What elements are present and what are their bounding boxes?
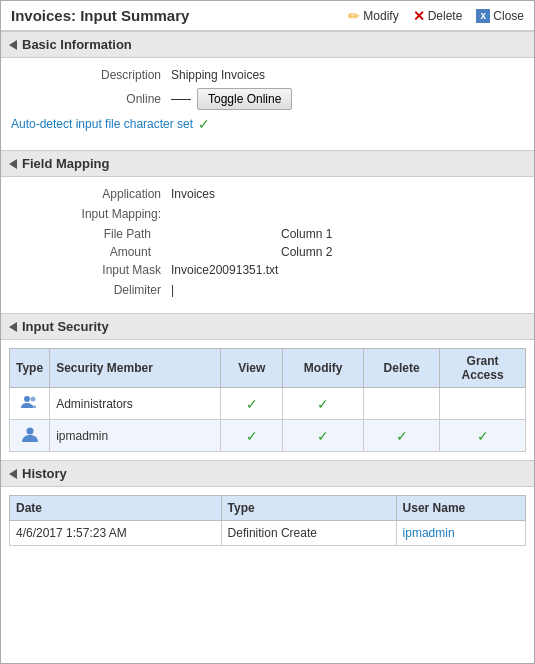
check-icon: ✓: [317, 396, 329, 412]
security-view-cell: ✓: [220, 388, 283, 420]
page-header: Invoices: Input Summary ✏ Modify ✕ Delet…: [1, 1, 534, 31]
history-table-header-row: Date Type User Name: [10, 496, 526, 521]
check-icon: ✓: [317, 428, 329, 444]
modify-label: Modify: [363, 9, 398, 23]
online-underscore: [171, 99, 191, 100]
col-grant-access: GrantAccess: [440, 349, 526, 388]
application-value: Invoices: [171, 187, 215, 201]
close-button[interactable]: x Close: [476, 9, 524, 23]
field-mapping-title: Field Mapping: [22, 156, 109, 171]
security-type-cell: [10, 388, 50, 420]
svg-point-1: [30, 397, 35, 402]
check-icon: ✓: [477, 428, 489, 444]
pencil-icon: ✏: [348, 8, 360, 24]
autodetect-row: Auto-detect input file character set ✓: [1, 116, 534, 140]
check-icon: ✓: [396, 428, 408, 444]
toggle-online-button[interactable]: Toggle Online: [197, 88, 292, 110]
amount-col: Column 2: [281, 245, 332, 259]
security-modify-cell: ✓: [283, 420, 363, 452]
online-label: Online: [11, 92, 171, 106]
input-mask-value: Invoice20091351.txt: [171, 263, 278, 277]
field-mapping-body: Application Invoices Input Mapping: File…: [1, 177, 534, 313]
collapse-triangle-mapping: [9, 159, 17, 169]
col-type: Type: [10, 349, 50, 388]
security-grant-access-cell: ✓: [440, 420, 526, 452]
close-box-icon: x: [476, 9, 490, 23]
close-label: Close: [493, 9, 524, 23]
security-delete-cell: ✓: [363, 420, 439, 452]
description-value: Shipping Invoices: [171, 68, 265, 82]
security-view-cell: ✓: [220, 420, 283, 452]
delete-button[interactable]: ✕ Delete: [413, 8, 463, 24]
header-actions: ✏ Modify ✕ Delete x Close: [348, 8, 524, 24]
application-label: Application: [11, 187, 171, 201]
history-section-header: History: [1, 460, 534, 487]
file-path-col: Column 1: [281, 227, 332, 241]
security-table-row: Administrators✓✓: [10, 388, 526, 420]
col-modify: Modify: [283, 349, 363, 388]
autodetect-check-icon: ✓: [198, 116, 210, 132]
amount-row: Amount Column 2: [1, 245, 534, 259]
input-mapping-row: Input Mapping:: [1, 207, 534, 221]
security-modify-cell: ✓: [283, 388, 363, 420]
file-path-row: File Path Column 1: [1, 227, 534, 241]
history-type: Definition Create: [221, 521, 396, 546]
svg-point-0: [24, 396, 30, 402]
modify-button[interactable]: ✏ Modify: [348, 8, 398, 24]
input-mask-row: Input Mask Invoice20091351.txt: [1, 263, 534, 277]
basic-info-section-header: Basic Information: [1, 31, 534, 58]
history-username: ipmadmin: [396, 521, 525, 546]
description-label: Description: [11, 68, 171, 82]
security-body: Type Security Member View Modify Delete …: [1, 340, 534, 460]
delimiter-label: Delimiter: [11, 283, 171, 297]
history-date: 4/6/2017 1:57:23 AM: [10, 521, 222, 546]
collapse-triangle-basic: [9, 40, 17, 50]
input-mask-label: Input Mask: [11, 263, 171, 277]
security-table-header-row: Type Security Member View Modify Delete …: [10, 349, 526, 388]
user-icon: [21, 425, 39, 443]
description-row: Description Shipping Invoices: [1, 68, 534, 82]
check-icon: ✓: [246, 396, 258, 412]
col-view: View: [220, 349, 283, 388]
history-body: Date Type User Name 4/6/2017 1:57:23 AMD…: [1, 487, 534, 554]
security-table-row: ipmadmin✓✓✓✓: [10, 420, 526, 452]
amount-label: Amount: [61, 245, 161, 259]
online-row: Online Toggle Online: [1, 88, 534, 110]
field-mapping-section-header: Field Mapping: [1, 150, 534, 177]
history-col-type: Type: [221, 496, 396, 521]
svg-point-2: [26, 428, 33, 435]
delimiter-row: Delimiter |: [1, 283, 534, 297]
file-path-label: File Path: [61, 227, 161, 241]
history-col-date: Date: [10, 496, 222, 521]
col-delete: Delete: [363, 349, 439, 388]
history-title: History: [22, 466, 67, 481]
page-wrapper: Invoices: Input Summary ✏ Modify ✕ Delet…: [0, 0, 535, 664]
x-icon: ✕: [413, 8, 425, 24]
autodetect-label: Auto-detect input file character set: [11, 117, 193, 131]
security-delete-cell: [363, 388, 439, 420]
basic-info-body: Description Shipping Invoices Online Tog…: [1, 58, 534, 150]
security-member-name: Administrators: [50, 388, 221, 420]
security-grant-access-cell: [440, 388, 526, 420]
basic-info-title: Basic Information: [22, 37, 132, 52]
collapse-triangle-history: [9, 469, 17, 479]
input-security-section-header: Input Security: [1, 313, 534, 340]
col-security-member: Security Member: [50, 349, 221, 388]
input-security-title: Input Security: [22, 319, 109, 334]
security-member-name: ipmadmin: [50, 420, 221, 452]
security-type-cell: [10, 420, 50, 452]
application-row: Application Invoices: [1, 187, 534, 201]
input-mapping-label: Input Mapping:: [11, 207, 171, 221]
delimiter-value: |: [171, 283, 174, 297]
history-table-row: 4/6/2017 1:57:23 AMDefinition Createipma…: [10, 521, 526, 546]
history-table: Date Type User Name 4/6/2017 1:57:23 AMD…: [9, 495, 526, 546]
history-col-username: User Name: [396, 496, 525, 521]
collapse-triangle-security: [9, 322, 17, 332]
check-icon: ✓: [246, 428, 258, 444]
delete-label: Delete: [428, 9, 463, 23]
group-icon: [21, 393, 39, 411]
security-table: Type Security Member View Modify Delete …: [9, 348, 526, 452]
page-title: Invoices: Input Summary: [11, 7, 189, 24]
